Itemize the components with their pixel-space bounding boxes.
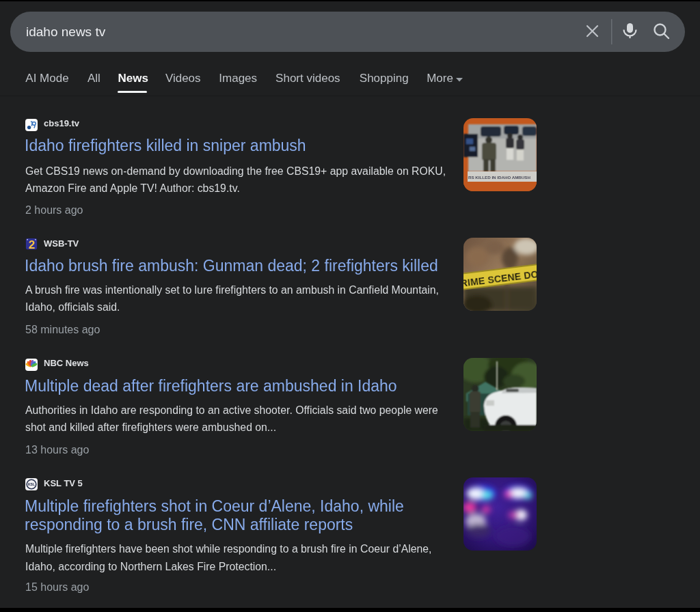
svg-text:RS KILLED IN IDAHO AMBUSH: RS KILLED IN IDAHO AMBUSH [468, 174, 530, 179]
svg-text:KSL: KSL [28, 483, 35, 487]
svg-text:2: 2 [29, 238, 36, 251]
